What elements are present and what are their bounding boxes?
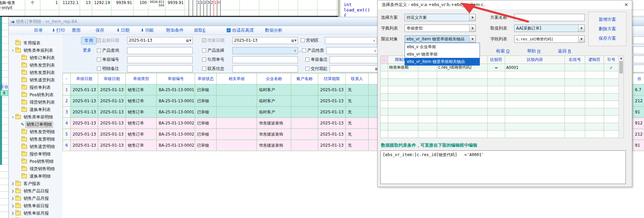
grid-cell[interactable] [604,71,619,79]
toolbar-catalog-button[interactable]: 目录 [34,27,43,33]
tree-item[interactable]: ∨销售类单据列表 [9,47,63,54]
constraint-expression-editor[interactable]: [ebs_vr_item:]c.res_id[物资代码] ='A0001' [380,150,626,184]
tree-item[interactable]: 现货销售明细 [9,165,63,173]
expand-icon[interactable]: ❯ [11,182,15,185]
grid-cell[interactable] [488,131,505,138]
grid-cell[interactable] [565,101,585,108]
tree-item[interactable]: ∨销售类单据明细 [9,113,63,121]
value-list-combo[interactable]: AA[采购订单]▼ [514,25,585,32]
chevron-down-icon[interactable]: ▼ [469,14,476,21]
detail-remark-input[interactable] [127,65,193,72]
end-date-input[interactable]: 2025-01-13▦▼ [232,37,298,44]
grid-cell[interactable] [381,123,388,131]
grid-cell[interactable] [437,108,488,116]
product-query-input[interactable] [127,47,193,54]
filter-tab-common[interactable]: 常用 [81,37,97,44]
grid-cell[interactable] [381,101,388,108]
grid-cell[interactable] [388,116,418,123]
tree-item[interactable]: 退换单列表 [9,106,63,113]
grid-cell[interactable] [388,101,418,108]
table-corner-cell[interactable]: - [63,73,71,84]
tree-item[interactable]: ❯客户报表 [9,180,63,187]
start-date-checkbox[interactable]: ✓起始日期 [97,38,127,43]
grid-row[interactable] [381,79,619,86]
column-header[interactable]: 联系人 [346,73,369,84]
grid-cell[interactable] [388,94,418,101]
grid-cell[interactable] [418,86,437,94]
tree-item[interactable]: 销售发货明细 [9,128,63,136]
expand-icon[interactable]: ❯ [11,189,15,193]
grid-cell[interactable] [585,94,604,101]
expand-icon[interactable]: ❯ [11,212,15,215]
grid-cell[interactable] [381,64,388,71]
grid-cell[interactable] [585,131,604,138]
grid-cell[interactable] [381,86,388,94]
doc-number-input[interactable] [127,56,193,63]
grid-cell[interactable] [604,123,619,131]
grid-cell[interactable] [604,116,619,123]
grid-cell[interactable] [488,116,505,123]
grid-cell[interactable] [585,116,604,123]
grid-cell[interactable]: = [488,64,505,71]
grid-cell[interactable] [565,79,585,86]
delete-scheme-button[interactable]: 删除方案 [599,26,616,32]
grid-cell[interactable] [388,79,418,86]
dropdown-option[interactable]: ebs_vr 物资单据 [405,50,480,58]
tree-item[interactable]: 销售发票列表 [9,69,63,76]
ref-number-input[interactable] [232,56,298,63]
product-select-dropdown[interactable]: ∨ [232,47,298,54]
dialog-titlebar[interactable]: 选择条件定义 - ebs_v:a.+ebs_vr:b.+ebs_vr_item:… [378,0,632,9]
grid-cell[interactable] [437,123,488,131]
grid-cell[interactable] [388,86,418,94]
clipped-filter-field[interactable] [633,56,644,63]
grid-cell[interactable] [585,108,604,116]
grid-row[interactable] [381,108,619,116]
end-date-checkbox[interactable]: ✓结束日期 [202,38,232,43]
grid-cell[interactable] [488,86,505,94]
product-query-checkbox[interactable]: 产品查询 [97,48,127,53]
grid-cell[interactable] [505,79,565,86]
grid-row[interactable] [381,86,619,94]
grid-cell[interactable] [381,71,388,79]
grid-cell[interactable] [488,101,505,108]
chevron-down-icon[interactable]: ▼ [469,36,476,42]
grid-cell[interactable] [418,116,437,123]
dropdown-option[interactable]: ebs_v 企业单据 [405,43,480,50]
toolbar-function-button[interactable]: ⬇功能 [141,27,154,33]
clipped-filter-field[interactable] [633,36,644,44]
grid-cell[interactable] [418,71,437,79]
grid-cell[interactable] [418,131,437,138]
grid-column-header[interactable]: 比较符 [488,56,505,64]
chevron-down-icon[interactable]: ▼ [578,36,584,42]
grid-scrollbar[interactable]: ▲ [618,56,624,138]
grid-cell[interactable] [418,108,437,116]
grid-cell[interactable] [418,94,437,101]
grid-cell[interactable] [585,123,604,131]
return-link[interactable]: 返回R [558,48,571,54]
grid-cell[interactable] [505,86,565,94]
column-header[interactable]: 单据日期 [71,73,98,84]
grid-cell[interactable] [585,71,604,79]
grid-cell[interactable] [437,116,488,123]
add-scheme-button[interactable]: 新增方案 [599,16,616,23]
product-nature-checkbox[interactable]: 产品性质 [302,48,326,53]
contact-info-checkbox[interactable]: 联系信息 [202,66,232,72]
grid-cell[interactable] [381,108,388,116]
limit-object-combo[interactable]: ebs_vr_item 物资单据相关物品▼ [405,35,476,43]
grid-row[interactable] [381,101,619,108]
grid-cell[interactable] [388,123,418,131]
scroll-up-icon[interactable]: ▲ [619,56,623,61]
grid-cell[interactable] [381,79,388,86]
grid-cell[interactable] [388,108,418,116]
column-header[interactable]: 审核日期 [98,73,126,84]
grid-row[interactable] [381,123,619,131]
tree-item[interactable]: 销售退货明细 [9,143,63,150]
toolbar-extra-condition-button[interactable]: 附加条件 [166,27,184,33]
grid-cell[interactable] [505,116,565,123]
grid-row[interactable] [381,71,619,79]
toolbar-extract-button[interactable]: 提取E [194,27,205,33]
grid-column-header[interactable]: 比较内容 [505,56,565,64]
grid-cell[interactable] [488,123,505,131]
tree-item[interactable]: 常用报表 [9,39,63,47]
fit-height-checkbox[interactable]: ✓自适应高度 [227,27,254,33]
